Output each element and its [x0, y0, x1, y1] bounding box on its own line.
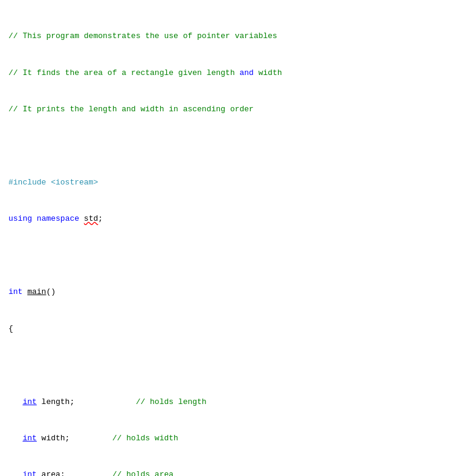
line-9: { [8, 323, 455, 335]
keyword-int-main: int [8, 287, 22, 296]
line-6: using namespace std; [8, 213, 455, 225]
keyword-int-width: int [22, 434, 36, 443]
comment-holds-width: // holds width [112, 434, 178, 443]
line-10 [8, 359, 455, 371]
comment-text: // It prints the length and width in asc… [8, 105, 254, 114]
line-13: int area; // holds area [8, 469, 455, 476]
line-2: // It finds the area of a rectangle give… [8, 67, 455, 79]
code-editor: // This program demonstrates the use of … [8, 6, 455, 476]
keyword-namespace: namespace [37, 214, 79, 223]
keyword-and: and [239, 68, 253, 77]
comment-holds-area: // holds area [112, 470, 173, 476]
line-1: // This program demonstrates the use of … [8, 30, 455, 42]
keyword-int-length: int [22, 397, 36, 406]
line-5: #include <iostream> [8, 177, 455, 189]
line-4 [8, 140, 455, 152]
comment-text: // It finds the area of a rectangle give… [8, 68, 282, 77]
comment-text: // This program demonstrates the use of … [8, 31, 277, 41]
line-11: int length; // holds length [8, 396, 455, 408]
preprocessor-include: #include <iostream> [8, 178, 98, 187]
line-3: // It prints the length and width in asc… [8, 103, 455, 116]
keyword-using: using [8, 214, 32, 223]
comment-holds-length: // holds length [136, 397, 207, 406]
line-7 [8, 250, 455, 262]
keyword-int-area: int [22, 470, 36, 476]
identifier-std: std [84, 214, 98, 223]
line-12: int width; // holds width [8, 432, 455, 445]
line-8: int main() [8, 286, 455, 298]
identifier-main: main [27, 287, 46, 296]
